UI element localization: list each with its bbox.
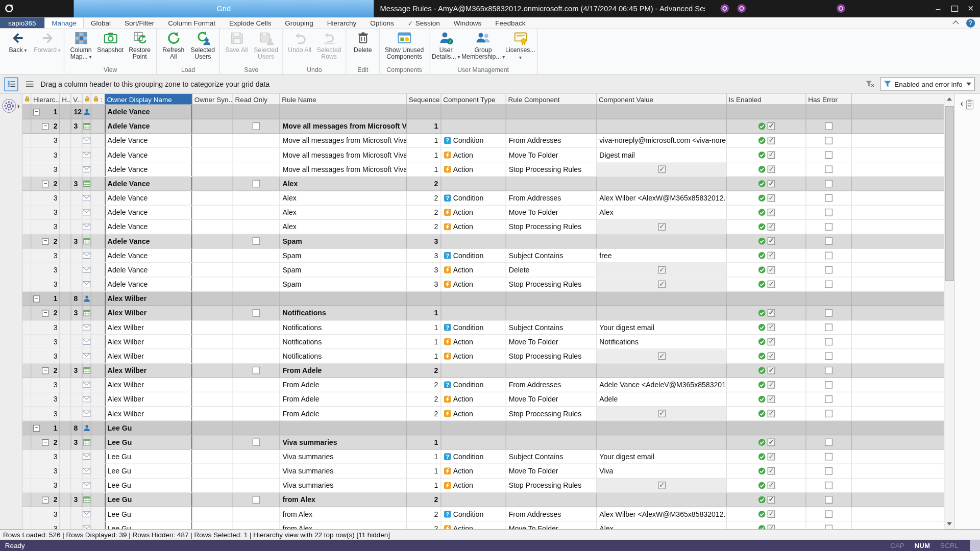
grid-row[interactable]: 112Adele Vance [22, 105, 944, 119]
has-error-checkbox[interactable] [825, 410, 832, 417]
is-enabled-checkbox[interactable] [767, 266, 775, 274]
read-only-checkbox[interactable] [253, 496, 260, 504]
refresh-all-button[interactable]: Refresh All [159, 30, 188, 60]
has-error-checkbox[interactable] [825, 223, 832, 231]
expander-collapse-button[interactable] [33, 295, 40, 302]
notification-badge-icon[interactable] [836, 4, 845, 13]
column-header-component-type[interactable]: Component Type [441, 94, 506, 105]
scrollbar-thumb[interactable] [945, 106, 953, 281]
expander-collapse-button[interactable] [42, 367, 48, 373]
column-header-lock-4[interactable] [83, 94, 91, 105]
column-header-rule-name[interactable]: Rule Name [280, 94, 407, 105]
undo-all-button[interactable]: Undo All [285, 30, 314, 54]
is-enabled-checkbox[interactable] [767, 180, 775, 188]
tab-manage[interactable]: Manage [44, 17, 84, 28]
grid-row[interactable]: 3Alex WilberFrom Adele2ActionMove To Fol… [22, 392, 944, 407]
is-enabled-checkbox[interactable] [767, 496, 775, 504]
has-error-checkbox[interactable] [825, 453, 832, 461]
grid-row[interactable]: 3Adele VanceAlex2ActionStop Processing R… [22, 220, 944, 234]
is-enabled-checkbox[interactable] [767, 353, 775, 360]
column-header-owner-syn[interactable]: Owner Syn... [192, 94, 233, 105]
component-value-checkbox[interactable] [658, 410, 666, 417]
grid-row[interactable]: 23Alex WilberNotifications1 [22, 306, 944, 320]
grid-row[interactable]: 3Alex WilberNotifications1?ConditionSubj… [22, 320, 944, 335]
has-error-checkbox[interactable] [825, 194, 832, 202]
has-error-checkbox[interactable] [825, 180, 832, 188]
is-enabled-checkbox[interactable] [767, 510, 775, 518]
column-header-h[interactable]: H... [60, 94, 71, 105]
is-enabled-checkbox[interactable] [767, 439, 775, 446]
help-icon[interactable] [966, 18, 975, 27]
is-enabled-checkbox[interactable] [767, 367, 775, 374]
grid-row[interactable]: 3Lee GuViva summaries1ActionStop Process… [22, 479, 944, 493]
grid-row[interactable]: 23Lee Gufrom Alex2 [22, 493, 944, 507]
component-value-checkbox[interactable] [658, 281, 666, 288]
read-only-checkbox[interactable] [253, 367, 260, 374]
has-error-checkbox[interactable] [825, 137, 832, 144]
is-enabled-checkbox[interactable] [767, 323, 775, 331]
save-all-button[interactable]: Save All [222, 30, 252, 54]
panel-clipboard-icon[interactable] [965, 99, 974, 110]
close-button[interactable] [963, 0, 979, 17]
is-enabled-checkbox[interactable] [767, 252, 775, 259]
grid-row[interactable]: 23Adele VanceSpam3 [22, 234, 944, 248]
read-only-checkbox[interactable] [253, 309, 260, 317]
read-only-checkbox[interactable] [253, 122, 260, 130]
tab-options[interactable]: Options [363, 17, 401, 28]
has-error-checkbox[interactable] [825, 151, 832, 159]
has-error-checkbox[interactable] [825, 496, 832, 504]
tab-grouping[interactable]: Grouping [278, 17, 320, 28]
column-header-read-only[interactable]: Read Only [233, 94, 280, 105]
component-value-checkbox[interactable] [658, 353, 666, 360]
has-error-checkbox[interactable] [825, 309, 832, 317]
scroll-up-button[interactable] [944, 94, 954, 105]
has-error-checkbox[interactable] [825, 266, 832, 274]
column-header-hierarc[interactable]: Hierarc... [31, 94, 60, 105]
column-header-rule-component[interactable]: Rule Component [506, 94, 597, 105]
has-error-checkbox[interactable] [825, 122, 832, 130]
grid-row[interactable]: 23Adele VanceMove all messages from Micr… [22, 119, 944, 134]
resize-grip[interactable] [970, 540, 980, 551]
has-error-checkbox[interactable] [825, 338, 832, 345]
has-error-checkbox[interactable] [825, 209, 832, 216]
grid-row[interactable]: 3Adele VanceSpam3?ConditionSubject Conta… [22, 248, 944, 263]
tab-session[interactable]: Session [401, 17, 447, 28]
group-membership-button[interactable]: Group Membership... [460, 30, 505, 61]
grid-row[interactable]: 3Alex WilberFrom Adele2ActionStop Proces… [22, 407, 944, 421]
grid-row[interactable]: 3Adele VanceAlex2ActionMove To FolderAle… [22, 206, 944, 220]
column-header-sequence[interactable]: Sequence [407, 94, 441, 105]
is-enabled-checkbox[interactable] [767, 453, 775, 461]
read-only-checkbox[interactable] [253, 439, 260, 446]
column-header-lock-0[interactable] [22, 94, 31, 105]
clear-filter-button[interactable] [866, 81, 874, 87]
has-error-checkbox[interactable] [825, 353, 832, 360]
is-enabled-checkbox[interactable] [767, 381, 775, 389]
grid-row[interactable]: 23Alex WilberFrom Adele2 [22, 364, 944, 378]
tab-sort-filter[interactable]: Sort/Filter [117, 17, 161, 28]
grid-row[interactable]: 3Alex WilberNotifications1ActionMove To … [22, 335, 944, 349]
grid-row[interactable]: 3Lee GuViva summaries1?ConditionSubject … [22, 450, 944, 464]
expander-collapse-button[interactable] [42, 496, 48, 503]
forward-button[interactable]: Forward [33, 30, 62, 54]
grid-row[interactable]: 18Alex Wilber [22, 292, 944, 306]
is-enabled-checkbox[interactable] [767, 281, 775, 288]
expander-collapse-button[interactable] [42, 123, 48, 130]
show-unused-components-button[interactable]: Show Unused Components [382, 30, 427, 60]
has-error-checkbox[interactable] [825, 281, 832, 288]
expander-collapse-button[interactable] [33, 108, 40, 115]
grid-row[interactable]: 3Adele VanceMove all messages from Micro… [22, 162, 944, 177]
component-value-checkbox[interactable] [658, 165, 666, 173]
is-enabled-checkbox[interactable] [767, 525, 775, 530]
back-button[interactable]: Back [3, 30, 33, 54]
grid-row[interactable]: 3Alex WilberFrom Adele2?ConditionFrom Ad… [22, 378, 944, 392]
is-enabled-checkbox[interactable] [767, 223, 775, 231]
tab-global[interactable]: Global [84, 17, 118, 28]
expand-right-panel-icon[interactable]: ‹ [961, 99, 963, 108]
has-error-checkbox[interactable] [825, 165, 832, 173]
tab-windows[interactable]: Windows [447, 17, 488, 28]
is-enabled-checkbox[interactable] [767, 237, 775, 245]
delete-button[interactable]: Delete [348, 30, 378, 54]
is-enabled-checkbox[interactable] [767, 467, 775, 475]
tab-feedback[interactable]: Feedback [488, 17, 532, 28]
has-error-checkbox[interactable] [825, 510, 832, 518]
